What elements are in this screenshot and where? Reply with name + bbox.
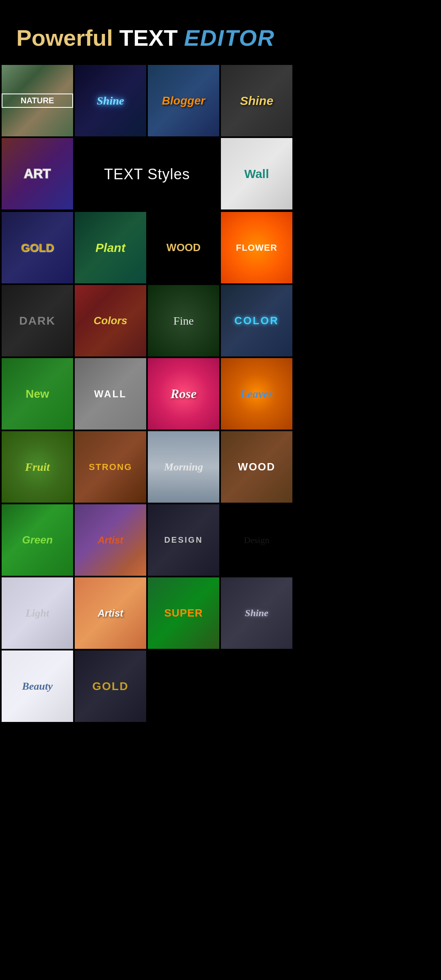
style-cell-artist[interactable]: Artist [75,504,146,576]
cell-label-nature: NATURE [2,94,73,108]
cell-label-art: ART [2,166,73,181]
style-cell-gold2[interactable]: GOLD [75,650,146,722]
style-cell-art[interactable]: ART [2,138,73,209]
cell-label-light: Light [2,607,73,619]
style-cell-rose[interactable]: Rose [148,358,219,430]
cell-label-gold2: GOLD [75,680,146,693]
header: Powerful TEXT EDITOR [0,0,294,63]
cell-label-shine-brick: Shine [221,94,292,108]
style-cell-wall-gray[interactable]: WALL [75,358,146,430]
style-cell-morning[interactable]: Morning [148,431,219,503]
style-cell-leaves[interactable]: Leaves [221,358,292,430]
style-cell-strong[interactable]: STRONG [75,431,146,503]
style-cell-wood[interactable]: WOOD [148,212,219,283]
cell-label-artist: Artist [75,535,146,546]
cell-label-dark: DARK [2,314,73,327]
style-cell-beauty[interactable]: Beauty [2,650,73,722]
style-cell-wall-white[interactable]: Wall [221,138,292,209]
cell-label-wood2: WOOD [221,461,292,473]
style-cell-colors[interactable]: Colors [75,285,146,356]
style-cell-super[interactable]: SUPER [148,577,219,649]
style-cell-artist2[interactable]: Artist [75,577,146,649]
style-cell-flower[interactable]: FLOWER [221,212,292,283]
cell-label-morning: Morning [148,461,219,473]
cell-label-blogger: Blogger [148,94,219,107]
header-text: TEXT [113,25,184,51]
style-cell-dark[interactable]: DARK [2,285,73,356]
style-cell-wood2[interactable]: WOOD [221,431,292,503]
cell-label-wall-white: Wall [221,167,292,181]
style-cell-nature[interactable]: NATURE [2,65,73,136]
cell-label-shine-dark: Shine [75,94,146,107]
header-powerful: Powerful [16,25,113,51]
cell-label-gold-leather: GOLD [2,241,73,254]
cell-label-new: New [2,388,73,401]
cell-label-artist2: Artist [75,608,146,619]
style-cell-green[interactable]: Green [2,504,73,576]
cell-label-plant: Plant [75,241,146,255]
style-cell-fruit[interactable]: Fruit [2,431,73,503]
style-cell-design-light[interactable]: Design [221,504,292,576]
cell-label-color-neon: COLOR [221,314,292,327]
cell-label-wall-gray: WALL [75,388,146,400]
style-cell-new[interactable]: New [2,358,73,430]
style-cell-plant[interactable]: Plant [75,212,146,283]
cell-label-fine: Fine [148,314,219,327]
cell-label-leaves: Leaves [221,388,292,401]
cell-label-rose: Rose [148,386,219,401]
cell-label-design-dark: DESIGN [148,535,219,545]
cell-label-colors: Colors [75,314,146,327]
style-cell-blogger[interactable]: Blogger [148,65,219,136]
cell-label-strong: STRONG [75,462,146,472]
header-editor: EDITOR [184,25,275,51]
cell-label-wood: WOOD [148,241,219,254]
style-cell-light[interactable]: Light [2,577,73,649]
cell-label-fruit: Fruit [2,461,73,474]
style-cell-shine-dark[interactable]: Shine [75,65,146,136]
text-styles-banner: TEXT Styles [75,138,219,210]
style-grid: NATUREShineBloggerShineARTTEXT StylesWal… [0,63,294,724]
cell-label-flower: FLOWER [221,243,292,253]
style-cell-fine[interactable]: Fine [148,285,219,356]
style-cell-shine-brick[interactable]: Shine [221,65,292,136]
style-cell-gold-leather[interactable]: GOLD [2,212,73,283]
style-cell-design-dark[interactable]: DESIGN [148,504,219,576]
cell-label-shine2: Shine [221,608,292,619]
style-cell-shine2[interactable]: Shine [221,577,292,649]
cell-label-beauty: Beauty [2,680,73,693]
cell-label-super: SUPER [148,607,219,619]
cell-label-design-light: Design [221,535,292,546]
style-cell-color-neon[interactable]: COLOR [221,285,292,356]
cell-label-green: Green [2,534,73,546]
banner-label: TEXT Styles [104,166,190,183]
